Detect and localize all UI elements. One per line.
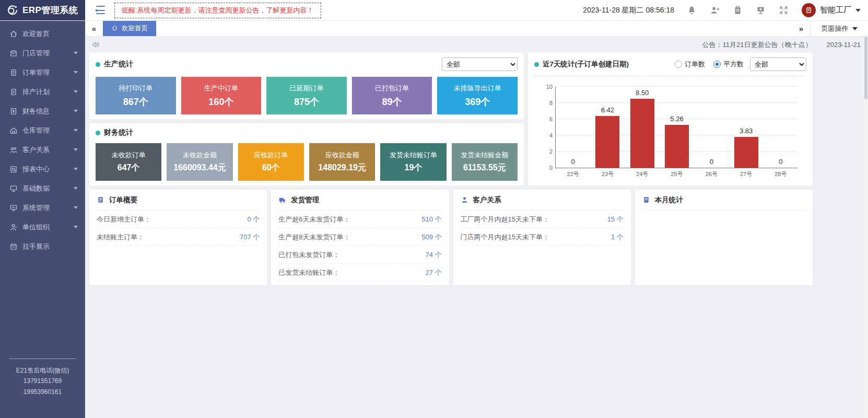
user-add-icon[interactable] bbox=[710, 5, 720, 16]
chevron-down-icon bbox=[74, 148, 78, 153]
sidebar-item-data[interactable]: 基础数据 bbox=[0, 179, 85, 198]
y-axis-tick: 6 bbox=[539, 116, 553, 122]
summary-row-label: 已发货未结账订单： bbox=[278, 268, 339, 277]
finance-stats-panel: 财务统计 未收款订单647个未收款金额1660093.44元应收款订单60个应收… bbox=[89, 123, 524, 185]
production-stat-card[interactable]: 待打印订单867个 bbox=[96, 77, 176, 114]
sidebar-item-store[interactable]: 门店管理 bbox=[0, 43, 85, 63]
summary-row-value[interactable]: 509 个 bbox=[421, 233, 441, 242]
tab-welcome-home[interactable]: 欢迎首页 bbox=[103, 21, 156, 36]
tabs-scroll-right-icon[interactable]: » bbox=[792, 21, 810, 36]
radio-checked-icon[interactable] bbox=[713, 61, 721, 68]
radio-option[interactable]: 订单数 bbox=[675, 60, 705, 69]
handle-icon bbox=[9, 242, 18, 251]
summary-card: 本月统计 bbox=[635, 190, 813, 285]
bar-slot: 026号 bbox=[694, 87, 729, 168]
app-logo: ERP管理系统 bbox=[0, 0, 85, 20]
sidebar-item-customers[interactable]: 客户关系 bbox=[0, 140, 85, 159]
support-phone-title: E21售后电话(微信) bbox=[0, 365, 85, 376]
stat-value: 875个 bbox=[294, 96, 319, 108]
summary-row-value[interactable]: 27 个 bbox=[425, 268, 441, 277]
production-stat-card[interactable]: 未排版导出订单369个 bbox=[437, 77, 518, 114]
production-filter-select[interactable]: 全部 bbox=[442, 57, 518, 71]
sidebar-item-plan[interactable]: 排产计划 bbox=[0, 82, 85, 101]
print-icon[interactable] bbox=[756, 5, 766, 16]
production-stat-card[interactable]: 已打包订单89个 bbox=[352, 77, 432, 114]
bar[interactable] bbox=[630, 99, 654, 168]
finance-stat-card[interactable]: 应收款订单60个 bbox=[238, 143, 304, 181]
vertical-scrollbar[interactable] bbox=[864, 37, 868, 418]
x-axis-label: 25号 bbox=[671, 170, 683, 178]
finance-stat-card[interactable]: 未收款订单647个 bbox=[96, 143, 161, 181]
y-axis-tick: 2 bbox=[539, 148, 553, 155]
production-stat-card[interactable]: 已延期订单875个 bbox=[266, 77, 347, 114]
finance-stat-card[interactable]: 应收款金额148029.19元 bbox=[309, 143, 375, 181]
summary-row: 已打包未发货订单：74 个 bbox=[278, 246, 441, 264]
tab-label: 欢迎首页 bbox=[122, 24, 148, 33]
summary-row-label: 生产超8天未发货订单： bbox=[278, 233, 350, 242]
sidebar-item-label: 排产计划 bbox=[22, 87, 50, 97]
summary-row-label: 今日新增主订单： bbox=[97, 215, 151, 224]
x-axis-label: 27号 bbox=[740, 170, 752, 178]
bar[interactable] bbox=[595, 116, 619, 168]
sidebar-item-warehouse[interactable]: 仓库管理 bbox=[0, 121, 85, 140]
bar[interactable] bbox=[734, 137, 758, 168]
stat-value: 1660093.44元 bbox=[173, 162, 226, 173]
bullet-dot-icon bbox=[96, 131, 100, 135]
radio-option[interactable]: 平方数 bbox=[713, 60, 744, 69]
bar-slot: 6.4223号 bbox=[590, 87, 625, 168]
sidebar-item-org[interactable]: 单位组织 bbox=[0, 217, 85, 237]
speaker-icon[interactable] bbox=[91, 40, 100, 49]
bar[interactable] bbox=[665, 125, 689, 168]
avatar bbox=[802, 3, 816, 17]
bar-value-label: 0 bbox=[710, 158, 713, 166]
sidebar-item-system[interactable]: 系统管理 bbox=[0, 198, 85, 217]
chevron-down-icon bbox=[852, 27, 858, 33]
sidebar-item-report[interactable]: 报表中心 bbox=[0, 159, 85, 179]
collapse-menu-icon[interactable] bbox=[93, 6, 105, 15]
x-axis-label: 22号 bbox=[567, 170, 579, 178]
notification-bell-icon[interactable] bbox=[687, 5, 697, 16]
user-menu[interactable]: 智能工厂 bbox=[802, 3, 861, 17]
finance-stat-card[interactable]: 发货未结账金额61153.55元 bbox=[452, 143, 518, 181]
announcement-row: 公告：11月21日更新公告（晚十点） 2023-11-21 bbox=[89, 37, 868, 53]
radio-unchecked-icon[interactable] bbox=[675, 61, 682, 68]
summary-row: 未结账主订单：707 个 bbox=[97, 228, 260, 246]
fullscreen-icon[interactable] bbox=[779, 5, 789, 16]
summary-row-value[interactable]: 74 个 bbox=[425, 250, 441, 260]
stat-value: 160个 bbox=[208, 96, 233, 108]
y-axis-tick: 0 bbox=[539, 165, 553, 171]
summary-row-value[interactable]: 707 个 bbox=[240, 233, 260, 242]
scrollbar-thumb[interactable] bbox=[864, 37, 867, 99]
summary-row-value[interactable]: 0 个 bbox=[247, 215, 260, 224]
finance-stat-card[interactable]: 未收款金额1660093.44元 bbox=[167, 143, 232, 181]
chevron-down-icon bbox=[74, 110, 78, 114]
sidebar-item-handle[interactable]: 拉手展示 bbox=[0, 237, 85, 256]
sidebar: 欢迎首页门店管理订单管理排产计划财务信息仓库管理客户关系报表中心基础数据系统管理… bbox=[0, 21, 85, 418]
summary-row-value[interactable]: 15 个 bbox=[607, 215, 624, 224]
production-stat-cards: 待打印订单867个生产中订单160个已延期订单875个已打包订单89个未排版导出… bbox=[96, 77, 518, 114]
bullet-dot-icon bbox=[96, 62, 100, 67]
doc-month-icon bbox=[642, 196, 650, 204]
page-actions-dropdown[interactable]: 页面操作 bbox=[811, 21, 868, 36]
clipboard-icon[interactable] bbox=[733, 5, 743, 16]
finance-stat-card[interactable]: 发货未结账订单19个 bbox=[380, 143, 446, 181]
announcement-text[interactable]: 公告：11月21日更新公告（晚十点） bbox=[702, 40, 812, 50]
dashboard-page: 公告：11月21日更新公告（晚十点） 2023-11-21 生产统计 全部 待打… bbox=[85, 37, 868, 418]
chart-filter-select[interactable]: 全部 bbox=[750, 57, 806, 71]
summary-card-title: 订单概要 bbox=[109, 195, 137, 205]
summary-row: 工厂两个月内超15天未下单：15 个 bbox=[461, 211, 624, 228]
bar-value-label: 6.42 bbox=[601, 106, 614, 114]
summary-row-value[interactable]: 1 个 bbox=[611, 233, 624, 242]
chart-title: 近7天统计(子订单创建日期) bbox=[543, 60, 629, 69]
tabs-scroll-left-icon[interactable]: « bbox=[85, 21, 103, 36]
sidebar-item-order[interactable]: 订单管理 bbox=[0, 63, 85, 82]
stat-label: 发货未结账订单 bbox=[390, 150, 437, 160]
y-axis-tick: 4 bbox=[539, 132, 553, 138]
sidebar-item-finance[interactable]: 财务信息 bbox=[0, 101, 85, 121]
radio-label: 平方数 bbox=[723, 60, 744, 69]
report-icon bbox=[9, 165, 18, 173]
summary-row-value[interactable]: 510 个 bbox=[421, 215, 441, 224]
production-stat-card[interactable]: 生产中订单160个 bbox=[181, 77, 262, 114]
sidebar-item-home[interactable]: 欢迎首页 bbox=[0, 24, 85, 43]
sidebar-item-label: 欢迎首页 bbox=[22, 29, 50, 39]
